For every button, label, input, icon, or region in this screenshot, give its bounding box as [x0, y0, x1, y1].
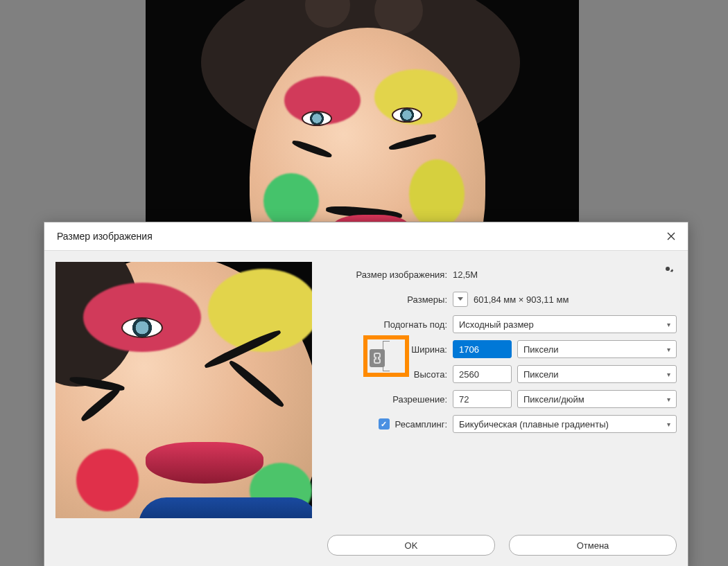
chevron-down-icon: ▾: [667, 371, 670, 378]
width-unit-select[interactable]: Пиксели ▾: [517, 340, 677, 358]
resolution-unit-select[interactable]: Пиксели/дюйм ▾: [517, 390, 677, 408]
resolution-label: Разрешение:: [326, 394, 447, 405]
fit-select[interactable]: Исходный размер ▾: [453, 315, 677, 333]
chevron-down-icon: ▾: [667, 346, 670, 353]
chevron-down-icon: ▾: [667, 321, 670, 328]
image-preview: [55, 262, 312, 518]
resolution-input[interactable]: 72: [453, 390, 512, 408]
dialog-titlebar: Размер изображения: [44, 222, 688, 251]
ok-button[interactable]: OK: [327, 535, 495, 556]
height-input[interactable]: 2560: [453, 365, 512, 383]
chevron-down-icon: ▾: [667, 421, 670, 428]
chevron-down-icon: ▾: [667, 396, 670, 403]
close-button[interactable]: [664, 229, 678, 243]
resample-method-select[interactable]: Бикубическая (плавные градиенты) ▾: [453, 415, 677, 433]
image-size-dialog: Размер изображения: [44, 222, 688, 566]
height-unit-select[interactable]: Пиксели ▾: [517, 365, 677, 383]
constrain-proportions-button[interactable]: [370, 349, 385, 367]
size-label: Размер изображения:: [326, 269, 447, 280]
dimensions-value: 601,84 мм × 903,11 мм: [474, 294, 569, 305]
controls-panel: Размер изображения: 12,5M Размеры: 601,8…: [326, 262, 677, 518]
size-value: 12,5M: [453, 269, 478, 280]
resample-label: Ресамплинг:: [395, 419, 447, 430]
cancel-button[interactable]: Отмена: [509, 535, 677, 556]
width-input[interactable]: 1706: [453, 340, 512, 358]
dialog-title: Размер изображения: [57, 231, 153, 242]
resample-checkbox[interactable]: ✓: [379, 418, 390, 430]
dimensions-unit-toggle[interactable]: [453, 292, 468, 307]
gear-icon[interactable]: [661, 263, 674, 275]
fit-label: Подогнать под:: [326, 319, 447, 330]
dimensions-label: Размеры:: [326, 294, 447, 305]
